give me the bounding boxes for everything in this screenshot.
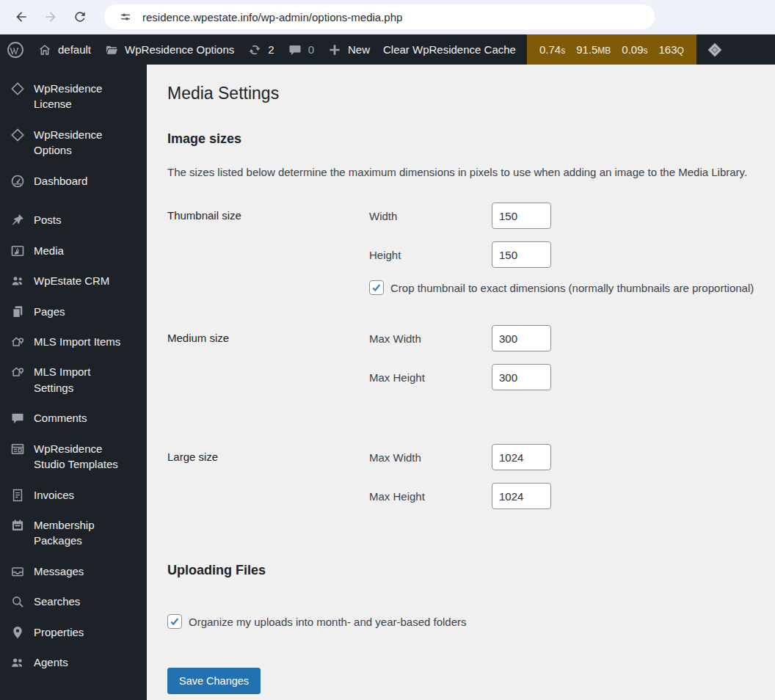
sidebar-item-label: Agents xyxy=(34,655,68,670)
sidebar-item-comments[interactable]: Comments xyxy=(0,403,147,433)
sidebar-item-searches[interactable]: Searches xyxy=(0,586,147,616)
invoice-icon xyxy=(10,488,25,503)
back-button[interactable] xyxy=(10,6,32,28)
inbox-icon xyxy=(10,564,25,579)
thumbnail-size-label: Thumbnail size xyxy=(167,203,369,222)
wp-logo-menu[interactable] xyxy=(0,34,31,65)
updates-menu[interactable]: 2 xyxy=(241,34,280,65)
perf-stat: 91.5MB xyxy=(576,43,611,56)
crop-thumbnail-checkbox[interactable] xyxy=(369,280,384,295)
save-changes-button[interactable]: Save Changes xyxy=(167,668,261,694)
forward-button[interactable] xyxy=(40,6,62,28)
screen: residence.wpestate.info/wp-admin/options… xyxy=(0,0,775,700)
image-sizes-heading: Image sizes xyxy=(167,131,775,147)
thumbnail-width-label: Width xyxy=(369,210,492,222)
crop-thumbnail-label[interactable]: Crop thumbnail to exact dimensions (norm… xyxy=(390,282,754,294)
sidebar-separator xyxy=(0,196,147,205)
query-monitor-menu[interactable] xyxy=(696,34,733,65)
perf-stat: 163Q xyxy=(659,43,684,56)
sidebar-item-label: MLS Import Items xyxy=(34,334,120,349)
address-bar[interactable]: residence.wpestate.info/wp-admin/options… xyxy=(104,4,655,29)
medium-size-row: Medium size Max Width Max Height xyxy=(167,325,775,403)
wpresidence-options-menu[interactable]: WpResidence Options xyxy=(98,34,241,65)
sidebar-item-label: Searches xyxy=(34,594,80,609)
sidebar-item-mls-import-items[interactable]: MLS Import Items xyxy=(0,327,147,357)
wpresidence-options-label: WpResidence Options xyxy=(125,43,234,56)
sidebar-item-pages[interactable]: Pages xyxy=(0,296,147,327)
sidebar-item-agents[interactable]: Agents xyxy=(0,647,147,677)
reload-button[interactable] xyxy=(69,6,91,28)
sidebar-item-label: Invoices xyxy=(34,487,74,503)
sidebar-item-wpresidence-studio-templates[interactable]: WpResidence Studio Templates xyxy=(0,434,147,480)
agents-icon xyxy=(10,655,25,670)
diamond-icon xyxy=(10,128,25,142)
sidebar-item-label: WpResidence License xyxy=(34,81,102,112)
wp-admin-bar: default WpResidence Options 2 0 New Clea… xyxy=(0,34,775,65)
site-settings-icon[interactable] xyxy=(114,6,137,28)
comments-count: 0 xyxy=(308,43,314,56)
large-max-width-input[interactable] xyxy=(492,444,551,470)
sidebar-item-label: Posts xyxy=(34,212,62,227)
sidebar-item-label: WpResidence Studio Templates xyxy=(34,441,118,473)
comments-menu[interactable]: 0 xyxy=(281,34,321,65)
sidebar-item-wpresidence-options[interactable]: WpResidence Options xyxy=(0,120,147,166)
new-menu[interactable]: New xyxy=(321,34,376,65)
sidebar-item-invoices[interactable]: Invoices xyxy=(0,480,147,510)
large-max-height-input[interactable] xyxy=(492,483,551,509)
organize-uploads-label[interactable]: Organize my uploads into month- and year… xyxy=(189,616,467,628)
sidebar-item-label: Pages xyxy=(34,304,65,319)
crop-thumbnail-option: Crop thumbnail to exact dimensions (norm… xyxy=(369,280,775,295)
large-max-height-label: Max Height xyxy=(369,490,492,503)
sidebar-item-label: Membership Packages xyxy=(34,517,95,549)
sidebar-item-membership-packages[interactable]: Membership Packages xyxy=(0,510,147,556)
sidebar-item-label: Comments xyxy=(34,410,87,426)
sidebar-item-label: WpResidence Options xyxy=(34,127,102,158)
media-settings-form: Thumbnail size Width Height Crop xyxy=(167,203,775,694)
reload-icon xyxy=(73,10,87,24)
calendar-icon xyxy=(10,518,25,533)
admin-sidebar: WpResidence LicenseWpResidence OptionsDa… xyxy=(0,65,147,700)
clear-cache-menu[interactable]: Clear WpResidence Cache xyxy=(376,34,523,65)
sidebar-item-dashboard[interactable]: Dashboard xyxy=(0,166,147,196)
site-menu[interactable]: default xyxy=(31,34,98,65)
forward-arrow-icon xyxy=(43,10,58,24)
diamond-badge-icon xyxy=(705,40,724,59)
uploading-files-heading: Uploading Files xyxy=(167,563,775,578)
organize-uploads-option: Organize my uploads into month- and year… xyxy=(167,614,775,629)
sidebar-item-posts[interactable]: Posts xyxy=(0,205,147,235)
sidebar-item-wpestate-crm[interactable]: WpEstate CRM xyxy=(0,266,147,296)
medium-max-width-input[interactable] xyxy=(492,325,551,351)
dashboard-icon xyxy=(10,174,25,189)
perf-stat: 0.09s xyxy=(622,43,647,56)
sidebar-item-properties[interactable]: Properties xyxy=(0,617,147,647)
plus-icon xyxy=(327,43,342,57)
pages-icon xyxy=(10,305,25,319)
thumbnail-height-input[interactable] xyxy=(492,241,551,268)
medium-max-height-input[interactable] xyxy=(492,364,551,390)
comment-icon xyxy=(10,411,25,426)
performance-stats[interactable]: 0.74s91.5MB0.09s163Q xyxy=(527,34,696,65)
large-size-row: Large size Max Width Max Height xyxy=(167,444,775,522)
thumbnail-height-label: Height xyxy=(369,249,492,261)
search-icon xyxy=(10,594,25,609)
mls-house-icon xyxy=(10,335,25,349)
page-title: Media Settings xyxy=(167,82,775,105)
updates-icon xyxy=(247,43,262,57)
pushpin-icon xyxy=(10,213,25,227)
organize-uploads-checkbox[interactable] xyxy=(167,614,182,629)
medium-max-width-label: Max Width xyxy=(369,332,492,345)
back-arrow-icon xyxy=(14,10,29,24)
updates-count: 2 xyxy=(268,43,274,56)
sidebar-item-media[interactable]: Media xyxy=(0,236,147,266)
url-text[interactable]: residence.wpestate.info/wp-admin/options… xyxy=(142,11,402,23)
sidebar-item-wpresidence-license[interactable]: WpResidence License xyxy=(0,73,147,120)
sidebar-item-label: Media xyxy=(34,243,64,258)
mls-house-icon xyxy=(10,365,25,379)
sidebar-item-mls-import-settings[interactable]: MLS Import Settings xyxy=(0,357,147,403)
sidebar-item-label: MLS Import Settings xyxy=(34,364,91,395)
sidebar-item-messages[interactable]: Messages xyxy=(0,556,147,586)
medium-max-height-label: Max Height xyxy=(369,371,492,384)
thumbnail-width-input[interactable] xyxy=(492,203,551,229)
sidebar-item-label: Messages xyxy=(34,564,84,579)
site-name: default xyxy=(58,43,91,56)
